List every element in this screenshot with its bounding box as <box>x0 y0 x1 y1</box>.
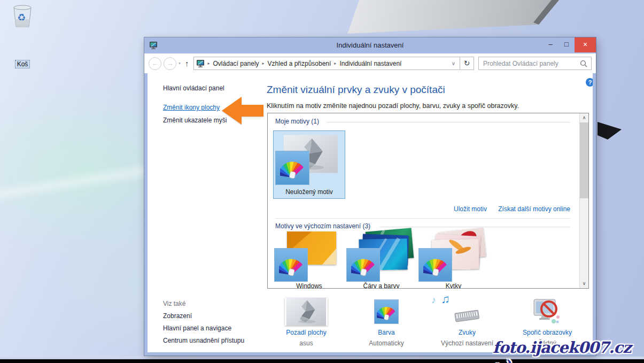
theme-color-icon <box>418 248 452 282</box>
breadcrumb-personalization[interactable]: Individuální nastavení <box>339 60 401 67</box>
theme-color-icon <box>346 248 380 282</box>
search-icon <box>580 60 587 67</box>
see-also-header: Viz také <box>163 300 185 307</box>
scroll-up-icon[interactable]: ∧ <box>580 113 588 122</box>
crumb-separator-icon: ▸ <box>259 61 268 66</box>
recycle-symbol-icon: ♻ <box>17 12 26 24</box>
theme-tile-windows[interactable]: Windows <box>273 230 345 289</box>
annotation-arrow-icon <box>222 97 263 125</box>
minimize-button[interactable]: – <box>542 37 558 52</box>
recycle-bin-label: Koš <box>15 60 30 68</box>
address-dropdown-icon[interactable]: ∨ <box>449 60 457 66</box>
help-icon[interactable]: ? <box>586 78 593 87</box>
screensaver-icon <box>532 297 562 327</box>
titlebar[interactable]: Individuální nastavení – □ × <box>144 37 596 53</box>
address-bar[interactable]: ▸ Ovládací panely ▸ Vzhled a přizpůsoben… <box>193 57 460 70</box>
theme-tile-label: Čáry a barvy <box>345 282 417 289</box>
desktop-background-label: Pozadí plochy <box>266 329 346 336</box>
page-description: Kliknutím na motiv změníte najednou poza… <box>267 102 519 110</box>
desktop-background-value: asus <box>266 339 346 347</box>
theme-tile-lines-colors[interactable]: Čáry a barvy <box>345 230 417 289</box>
photo-watermark: foto.ijacek007.cz :-) <box>493 338 644 363</box>
scroll-down-icon[interactable]: ∨ <box>580 279 588 288</box>
scrollbar-thumb[interactable] <box>580 122 588 198</box>
theme-tile-unsaved[interactable]: Neuložený motiv <box>273 130 345 199</box>
theme-tile-flowers[interactable]: Kytky <box>417 230 490 289</box>
theme-tile-label: Kytky <box>417 282 490 289</box>
theme-color-icon <box>275 151 309 185</box>
desktop: ♻ Koš Individuální nastavení – □ × ← → ▾… <box>0 0 644 363</box>
search-box <box>478 57 592 70</box>
get-more-themes-link[interactable]: Získat další motivy online <box>498 205 570 213</box>
back-button[interactable]: ← <box>149 57 161 70</box>
forward-button[interactable]: → <box>164 57 176 70</box>
crumb-separator-icon: ▸ <box>331 61 339 66</box>
color-value: Automaticky <box>346 339 426 347</box>
breadcrumb-appearance[interactable]: Vzhled a přizpůsobení <box>268 60 331 67</box>
recent-pages-caret-icon[interactable]: ▾ <box>179 61 181 66</box>
theme-tile-label: Neuložený motiv <box>274 188 345 196</box>
maximize-button[interactable]: □ <box>558 37 575 52</box>
color-label: Barva <box>346 329 426 336</box>
default-themes-header: Motivy ve výchozím nastavení (3) <box>275 222 375 230</box>
wallpaper-laptop-edge <box>0 0 644 37</box>
sidebar-item-control-panel-home[interactable]: Hlavní ovládací panel <box>163 84 224 92</box>
address-toolbar: ← → ▾ ↑ ▸ Ovládací panely ▸ Vzhled a při… <box>144 53 596 73</box>
music-note-icon: ♫ <box>441 292 450 306</box>
window-content: ? Hlavní ovládací panel Změnit ikony plo… <box>148 73 593 352</box>
crumb-separator-icon: ▸ <box>205 61 213 66</box>
close-button[interactable]: × <box>575 37 596 52</box>
desktop-background-icon <box>285 298 328 326</box>
screensaver-label: Spořič obrazovky <box>507 329 587 336</box>
color-item[interactable]: Barva Automaticky <box>346 297 426 347</box>
themes-panel: Moje motivy (1) Neuložený motiv Uložit m… <box>267 113 589 289</box>
theme-tile-label: Windows <box>273 282 345 289</box>
my-themes-header: Moje motivy (1) <box>275 118 323 125</box>
page-title: Změnit vizuální prvky a zvuky v počítači <box>267 84 445 96</box>
music-note-icon: ♪ <box>431 295 436 306</box>
sounds-icon <box>451 297 483 327</box>
theme-color-icon <box>274 248 308 282</box>
sidebar-item-ease-of-access[interactable]: Centrum usnadnění přístupu <box>163 337 244 344</box>
section-divider <box>275 218 570 219</box>
search-input[interactable] <box>479 60 576 67</box>
sidebar-item-change-mouse-pointers[interactable]: Změnit ukazatele myši <box>163 117 227 124</box>
save-theme-link[interactable]: Uložit motiv <box>454 205 487 213</box>
personalization-window: Individuální nastavení – □ × ← → ▾ ↑ ▸ O… <box>144 37 596 356</box>
sidebar-item-change-desktop-icons[interactable]: Změnit ikony plochy <box>163 104 220 111</box>
desktop-background-item[interactable]: Pozadí plochy asus <box>266 297 346 347</box>
color-icon <box>374 299 399 324</box>
recycle-bin[interactable]: ♻ Koš <box>7 3 37 68</box>
scrollbar[interactable]: ∧ ∨ <box>579 113 588 288</box>
up-button[interactable]: ↑ <box>185 59 189 68</box>
sidebar-item-display[interactable]: Zobrazení <box>163 312 192 320</box>
sounds-label: Zvuky <box>427 329 507 336</box>
group-divider <box>380 227 570 227</box>
refresh-button[interactable]: ↻ <box>460 57 474 70</box>
sidebar-item-taskbar-navigation[interactable]: Hlavní panel a navigace <box>163 325 231 332</box>
breadcrumb-control-panel[interactable]: Ovládací panely <box>213 60 259 67</box>
group-divider <box>327 122 570 122</box>
address-location-icon <box>196 59 205 68</box>
window-title: Individuální nastavení <box>144 37 596 53</box>
